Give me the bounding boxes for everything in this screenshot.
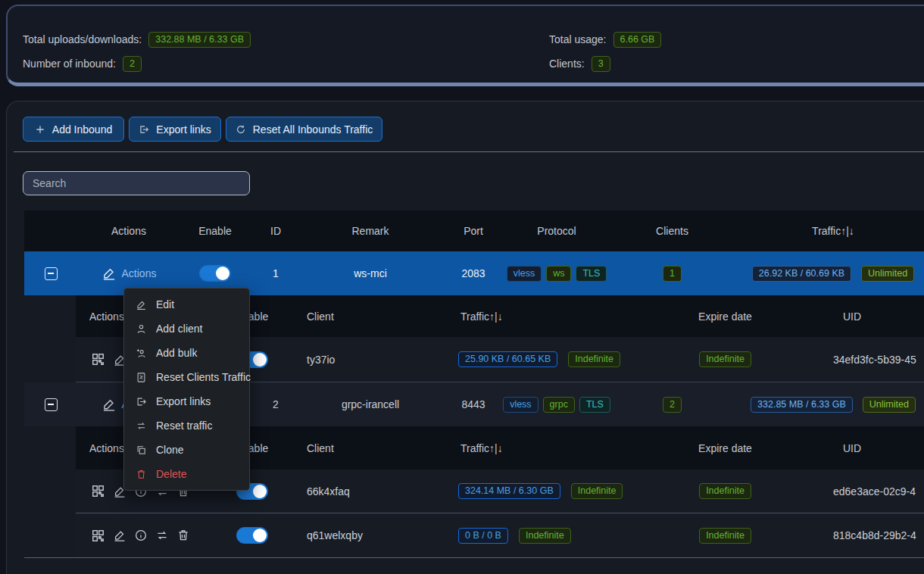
export-links-label: Export links [156, 123, 211, 136]
client-row: q61welxqby 0 B / 0 B Indefinite Indefini… [76, 513, 924, 557]
reset-traffic-icon[interactable] [155, 529, 169, 542]
header-protocol: Protocol [507, 225, 606, 237]
stat-value-badge: 332.88 MB / 6.33 GB [148, 32, 251, 48]
client-name: 66k4xfaq [284, 485, 424, 498]
qr-code-icon[interactable] [91, 484, 105, 498]
export-links-button[interactable]: Export links [129, 117, 221, 142]
export-icon [136, 396, 147, 407]
menu-item-add-bulk[interactable]: Add bulk [124, 341, 249, 365]
stat-clients: Clients: 3 [549, 55, 610, 73]
client-name: q61welxqby [284, 529, 424, 541]
info-icon[interactable] [134, 529, 148, 542]
traffic-limit-badge: Indefinite [571, 483, 623, 499]
stat-label: Total usage: [549, 33, 607, 45]
stat-label: Clients: [549, 58, 585, 70]
stat-value-badge: 3 [592, 56, 610, 72]
clone-icon [136, 445, 147, 456]
inbound-port: 8443 [439, 398, 507, 410]
cheader-expire: Expire date [666, 310, 784, 323]
toggle-knob [253, 353, 267, 367]
toolbar-divider [14, 151, 924, 152]
minus-icon [48, 273, 54, 274]
menu-item-clone[interactable]: Clone [124, 438, 249, 462]
stat-label: Total uploads/downloads: [23, 33, 142, 45]
cheader-uid: UID [784, 310, 920, 323]
collapse-row-checkbox[interactable] [45, 398, 58, 411]
edit-icon [136, 299, 147, 310]
edit-underline-icon [101, 266, 117, 281]
stat-total-uploads-downloads: Total uploads/downloads: 332.88 MB / 6.3… [23, 30, 251, 48]
search-input[interactable] [23, 171, 250, 195]
header-enable: Enable [180, 225, 250, 237]
edit-icon[interactable] [113, 529, 126, 542]
menu-item-label: Add bulk [156, 347, 197, 359]
cheader-traffic-sort[interactable]: Traffic↑|↓ [424, 310, 666, 323]
stat-value-badge: 6.66 GB [613, 32, 662, 48]
header-traffic-sort[interactable]: Traffic↑|↓ [738, 225, 924, 237]
actions-dropdown-trigger[interactable]: Actions [101, 266, 157, 281]
inbound-id: 1 [250, 267, 301, 279]
header-clients: Clients [606, 225, 738, 237]
header-port: Port [439, 225, 507, 237]
reload-icon [236, 124, 246, 135]
enable-toggle[interactable] [199, 265, 231, 282]
stat-label: Number of inbound: [23, 58, 116, 70]
expire-badge: Indefinite [699, 483, 751, 499]
client-uid: 34efd3fc-5b39-45 [784, 354, 920, 366]
menu-item-label: Reset traffic [156, 420, 212, 432]
actions-label: Actions [122, 267, 157, 279]
protocol-tag: ws [546, 266, 571, 282]
toggle-knob [253, 529, 267, 542]
client-enable-toggle[interactable] [236, 527, 268, 544]
menu-item-add-client[interactable]: Add client [124, 317, 249, 341]
stat-total-usage: Total usage: 6.66 GB [549, 30, 661, 48]
expire-badge: Indefinite [699, 351, 751, 367]
cheader-traffic-sort[interactable]: Traffic↑|↓ [424, 442, 666, 454]
menu-item-delete[interactable]: Delete [124, 462, 249, 486]
traffic-badge: 26.92 KB / 60.69 KB [752, 266, 851, 282]
quota-badge: Unlimited [863, 397, 916, 413]
protocol-tag: vless [503, 397, 538, 413]
menu-item-label: Delete [156, 468, 186, 480]
minus-icon [48, 404, 54, 405]
reset-all-label: Reset All Inbounds Traffic [253, 123, 373, 136]
clients-count-badge: 2 [663, 397, 682, 413]
expire-badge: Indefinite [699, 528, 751, 544]
qr-code-icon[interactable] [91, 352, 105, 367]
protocol-tag: TLS [576, 266, 607, 282]
inbounds-page: Total uploads/downloads: 332.88 MB / 6.3… [0, 0, 924, 574]
qr-code-icon[interactable] [91, 529, 105, 543]
menu-item-reset-traffic[interactable]: Reset traffic [124, 413, 249, 438]
reset-all-inbounds-traffic-button[interactable]: Reset All Inbounds Traffic [226, 117, 382, 142]
swap-icon [136, 420, 147, 432]
delete-icon[interactable] [176, 529, 190, 542]
menu-item-reset-clients-traffic[interactable]: Reset Clients Traffic [124, 365, 249, 389]
user-add-icon [136, 323, 147, 335]
client-name: ty37io [284, 354, 424, 366]
plus-icon [35, 124, 45, 135]
add-inbound-label: Add Inbound [52, 123, 112, 136]
header-id: ID [250, 225, 301, 237]
add-inbound-button[interactable]: Add Inbound [23, 117, 124, 142]
traffic-limit-badge: Indefinite [568, 351, 620, 367]
stat-number-of-inbound: Number of inbound: 2 [23, 55, 142, 73]
delete-icon [136, 469, 147, 480]
collapse-row-checkbox[interactable] [45, 267, 58, 280]
traffic-badge: 332.85 MB / 6.33 GB [751, 397, 853, 413]
cheader-expire: Expire date [666, 442, 784, 454]
stat-value-badge: 2 [123, 56, 142, 72]
header-actions: Actions [77, 225, 180, 237]
menu-item-label: Clone [156, 444, 184, 456]
inbound-remark: ws-mci [301, 267, 439, 279]
table-bottom-divider [24, 557, 924, 558]
menu-item-edit[interactable]: Edit [124, 292, 249, 317]
menu-item-label: Add client [156, 323, 202, 335]
export-icon [139, 124, 149, 135]
toggle-knob [216, 267, 229, 280]
inbound-port: 2083 [439, 267, 507, 279]
menu-item-export-links[interactable]: Export links [124, 389, 249, 413]
client-uid: ed6e3ace-02c9-4 [784, 485, 920, 498]
inbound-table-header: Actions Enable ID Remark Port Protocol C… [24, 211, 924, 251]
client-uid: 818c4b8d-29b2-4 [784, 529, 920, 541]
traffic-limit-badge: Indefinite [519, 528, 571, 544]
